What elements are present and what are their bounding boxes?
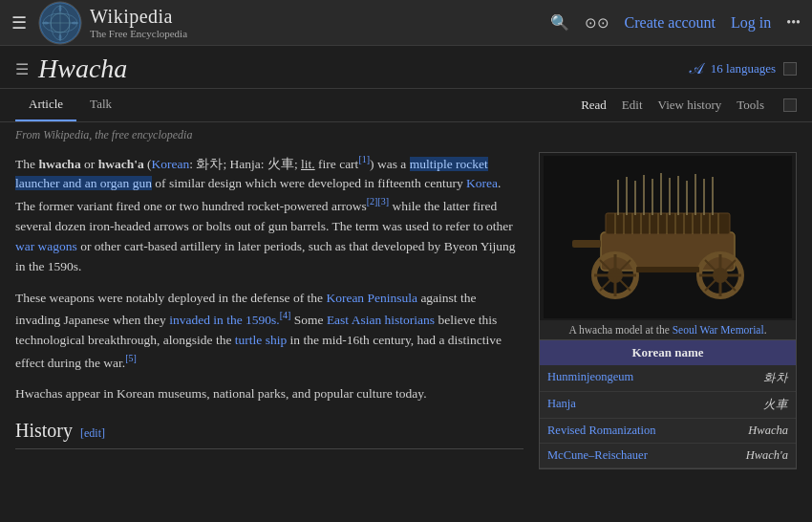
lit-text: lit. xyxy=(301,157,315,171)
tab-read[interactable]: Read xyxy=(581,98,607,113)
turtle-ship-link[interactable]: turtle ship xyxy=(235,333,287,347)
infobox: A hwacha model at the Seoul War Memorial… xyxy=(539,152,797,469)
page-title-area: ☰ Hwacha 𝒜 16 languages xyxy=(0,46,812,89)
history-heading: History [edit] xyxy=(15,416,524,449)
history-title: History xyxy=(15,416,73,446)
tabs-right: Read Edit View history Tools xyxy=(581,98,797,113)
caption-text-2: . xyxy=(764,324,767,336)
intro-text-1: The xyxy=(15,157,38,171)
tools-box[interactable] xyxy=(783,98,797,112)
ref-2[interactable]: [2][3] xyxy=(367,196,389,207)
invaded-link[interactable]: invaded in the 1590s. xyxy=(169,313,279,327)
page-title: Hwacha xyxy=(38,54,127,84)
wikipedia-logo xyxy=(38,1,82,45)
row-label-1: Hunminjeongeum xyxy=(540,365,680,392)
tabs-left: Article Talk xyxy=(15,89,125,121)
seoul-war-memorial-link[interactable]: Seoul War Memorial xyxy=(673,324,764,336)
article-body: The hwacha or hwach'a (Korean: 화차; Hanja… xyxy=(15,152,524,469)
intro-text-5: fire cart xyxy=(315,157,359,171)
login-button[interactable]: Log in xyxy=(731,14,771,32)
ref-5[interactable]: [5] xyxy=(125,353,137,363)
bold-hwacha2: hwach'a xyxy=(98,157,144,171)
hamburger-menu-icon[interactable]: ☰ xyxy=(11,12,27,33)
intro-text-2: or xyxy=(81,157,98,171)
row-value-4: Hwach'a xyxy=(680,444,796,468)
row-value-3: Hwacha xyxy=(680,419,796,444)
from-line: From Wikipedia, the free encyclopedia xyxy=(0,122,812,148)
intro-text-7: of similar design which were developed i… xyxy=(152,176,466,190)
infobox-header: Korean name xyxy=(540,340,796,365)
tab-tools[interactable]: Tools xyxy=(737,98,764,113)
infobox-caption: A hwacha model at the Seoul War Memorial… xyxy=(540,320,796,340)
reading-mode-icon[interactable]: ⊙⊙ xyxy=(585,14,609,32)
svg-rect-34 xyxy=(572,240,601,248)
korean-link[interactable]: Korean xyxy=(152,157,190,171)
bold-hwacha: hwacha xyxy=(38,157,80,171)
site-tagline: The Free Encyclopedia xyxy=(90,28,187,39)
intro-text-6: ) was a xyxy=(370,157,410,171)
intro-text-4: : 화차; Hanja: 火車; xyxy=(189,157,301,171)
row-label-2: Hanja xyxy=(540,392,680,419)
tab-edit[interactable]: Edit xyxy=(622,98,643,113)
revised-romanization-link[interactable]: Revised Romanization xyxy=(547,424,656,437)
table-row: Revised Romanization Hwacha xyxy=(540,419,796,444)
page-title-right: 𝒜 16 languages xyxy=(690,60,797,77)
tab-article[interactable]: Article xyxy=(15,89,76,121)
intro-paragraph: The hwacha or hwach'a (Korean: 화차; Hanja… xyxy=(15,152,524,277)
table-row: Hanja 火車 xyxy=(540,392,796,419)
table-row: McCune–Reischauer Hwach'a xyxy=(540,444,796,468)
history-edit-link[interactable]: [edit] xyxy=(80,424,105,443)
infobox-image xyxy=(540,153,796,320)
site-header: ☰ Wikipedia The Free Encyclopedia xyxy=(0,0,812,46)
logo-area: Wikipedia The Free Encyclopedia xyxy=(38,1,187,45)
row-label-4: McCune–Reischauer xyxy=(540,444,680,468)
search-icon[interactable]: 🔍 xyxy=(550,13,569,32)
site-name: Wikipedia xyxy=(90,6,187,28)
tab-bar: Article Talk Read Edit View history Tool… xyxy=(0,89,812,122)
infobox-table: Hunminjeongeum 화차 Hanja 火車 Revised Roman… xyxy=(540,365,796,468)
table-row: Hunminjeongeum 화차 xyxy=(540,365,796,392)
para2: These weapons were notably deployed in t… xyxy=(15,289,524,374)
war-wagons-link[interactable]: war wagons xyxy=(15,239,77,253)
main-content: The hwacha or hwach'a (Korean: 화차; Hanja… xyxy=(0,148,812,477)
translate-icon: 𝒜 xyxy=(690,60,703,77)
hunminjeongeum-link[interactable]: Hunminjeongeum xyxy=(547,370,633,383)
language-count[interactable]: 16 languages xyxy=(711,61,776,76)
korea-link[interactable]: Korea xyxy=(466,176,498,190)
page-title-left: ☰ Hwacha xyxy=(15,54,127,84)
tab-view-history[interactable]: View history xyxy=(658,98,722,113)
edit-link-anchor[interactable]: edit xyxy=(84,426,101,440)
row-label-3: Revised Romanization xyxy=(540,419,680,444)
caption-text-1: A hwacha model at the xyxy=(568,324,672,336)
para2-text-3: Some xyxy=(290,313,327,327)
row-value-2: 火車 xyxy=(680,392,796,419)
svg-rect-47 xyxy=(636,267,699,272)
korean-peninsula-link[interactable]: Korean Peninsula xyxy=(326,291,417,305)
tab-talk[interactable]: Talk xyxy=(76,89,125,121)
toc-icon[interactable]: ☰ xyxy=(15,60,29,78)
svg-rect-7 xyxy=(601,232,735,271)
create-account-button[interactable]: Create account xyxy=(625,14,716,32)
ref-4[interactable]: [4] xyxy=(280,310,291,320)
more-options-icon[interactable]: ••• xyxy=(786,15,801,31)
row-value-1: 화차 xyxy=(680,365,796,392)
intro-text-10: or other cart-based artillery in later p… xyxy=(15,239,516,273)
ref-1[interactable]: [1] xyxy=(358,154,370,164)
header-icons: 🔍 ⊙⊙ Create account Log in ••• xyxy=(550,13,801,32)
mccune-reischauer-link[interactable]: McCune–Reischauer xyxy=(547,448,648,462)
para3: Hwachas appear in Korean museums, nation… xyxy=(15,384,524,404)
para2-text-1: These weapons were notably deployed in t… xyxy=(15,291,326,305)
logo-text: Wikipedia The Free Encyclopedia xyxy=(90,6,187,39)
intro-text-3: ( xyxy=(144,157,152,171)
east-asian-historians-link[interactable]: East Asian historians xyxy=(327,313,435,327)
page-tools-box[interactable] xyxy=(783,62,797,76)
hanja-link[interactable]: Hanja xyxy=(547,397,576,410)
